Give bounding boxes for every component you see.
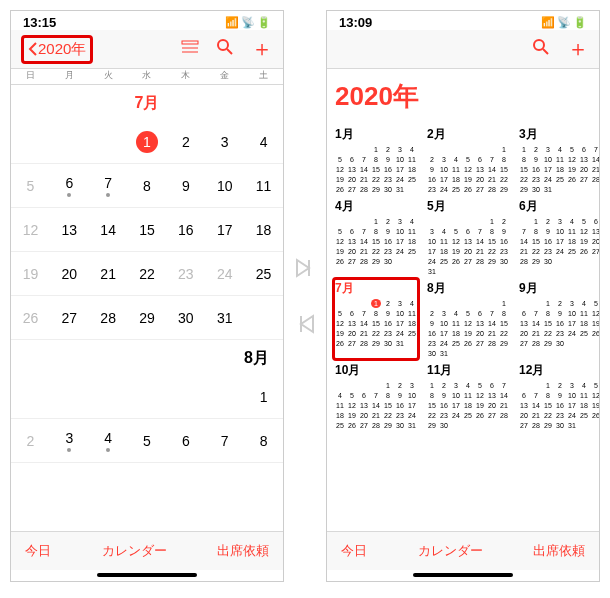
mini-month[interactable]: 10月1234567891011121314151617181920212223… bbox=[335, 362, 417, 430]
day-cell[interactable]: 26 bbox=[11, 296, 50, 340]
day-cell[interactable]: 6 bbox=[166, 419, 205, 463]
day-cell[interactable]: 5 bbox=[11, 164, 50, 208]
svg-rect-0 bbox=[182, 41, 198, 44]
month-scroll[interactable]: 7月 1234567891011121314151617181920212223… bbox=[11, 85, 283, 531]
footer-bar: 今日 カレンダー 出席依頼 bbox=[11, 531, 283, 570]
day-cell[interactable]: 2 bbox=[11, 419, 50, 463]
today-button[interactable]: 今日 bbox=[341, 542, 367, 560]
day-cell[interactable]: 7 bbox=[89, 164, 128, 208]
mini-month[interactable]: 9月12345678910111213141516171819202122232… bbox=[519, 280, 599, 358]
mini-month[interactable]: 6月12345678910111213141516171819202122232… bbox=[519, 198, 599, 276]
header-bar: 2020年 ＋ bbox=[11, 30, 283, 69]
mini-month-name: 2月 bbox=[427, 126, 509, 143]
year-scroll[interactable]: 2020年 1月12345678910111213141516171819202… bbox=[327, 69, 599, 531]
day-cell[interactable]: 22 bbox=[128, 252, 167, 296]
transition-arrows bbox=[292, 255, 318, 337]
day-cell[interactable]: 30 bbox=[166, 296, 205, 340]
header-bar: ＋ bbox=[327, 30, 599, 69]
day-cell[interactable]: 10 bbox=[205, 164, 244, 208]
search-icon[interactable] bbox=[533, 39, 549, 59]
search-icon[interactable] bbox=[217, 39, 233, 59]
day-cell[interactable]: 5 bbox=[128, 419, 167, 463]
day-cell[interactable]: 24 bbox=[205, 252, 244, 296]
day-cell[interactable]: 27 bbox=[50, 296, 89, 340]
mini-month[interactable]: 8月12345678910111213141516171819202122232… bbox=[427, 280, 509, 358]
day-cell[interactable]: 18 bbox=[244, 208, 283, 252]
day-cell[interactable]: 7 bbox=[205, 419, 244, 463]
mini-month-name: 3月 bbox=[519, 126, 599, 143]
add-event-icon[interactable]: ＋ bbox=[251, 34, 273, 64]
day-cell[interactable]: 13 bbox=[50, 208, 89, 252]
weekday: 日 bbox=[11, 69, 50, 82]
day-cell[interactable]: 21 bbox=[89, 252, 128, 296]
day-cell[interactable]: 4 bbox=[89, 419, 128, 463]
weekday: 木 bbox=[166, 69, 205, 82]
day-cell bbox=[166, 375, 205, 419]
day-cell[interactable]: 8 bbox=[244, 419, 283, 463]
day-cell[interactable]: 12 bbox=[11, 208, 50, 252]
mini-month[interactable]: 1月12345678910111213141516171819202122232… bbox=[335, 126, 417, 194]
day-cell[interactable]: 1 bbox=[244, 375, 283, 419]
mini-month[interactable]: 5月12345678910111213141516171819202122232… bbox=[427, 198, 509, 276]
day-cell[interactable]: 1 bbox=[128, 120, 167, 164]
calendars-button[interactable]: カレンダー bbox=[418, 542, 483, 560]
day-cell[interactable]: 20 bbox=[50, 252, 89, 296]
mini-month[interactable]: 12月1234567891011121314151617181920212223… bbox=[519, 362, 599, 430]
today-button[interactable]: 今日 bbox=[25, 542, 51, 560]
month-view-phone: 13:15 📶 📡 🔋 2020年 ＋ 日月火水木金土 7月 123456789… bbox=[10, 10, 284, 582]
calendars-button[interactable]: カレンダー bbox=[102, 542, 167, 560]
day-cell[interactable]: 19 bbox=[11, 252, 50, 296]
home-indicator bbox=[413, 573, 513, 577]
day-cell[interactable]: 11 bbox=[244, 164, 283, 208]
month-label-august: 8月 bbox=[11, 340, 283, 375]
back-to-year-highlight: 2020年 bbox=[21, 35, 93, 64]
back-to-year-button[interactable]: 2020年 bbox=[28, 40, 86, 59]
clock: 13:15 bbox=[23, 15, 56, 30]
day-cell[interactable]: 3 bbox=[205, 120, 244, 164]
weekday: 火 bbox=[89, 69, 128, 82]
day-cell bbox=[50, 120, 89, 164]
wifi-icon: 📡 bbox=[557, 16, 571, 29]
day-cell[interactable]: 28 bbox=[89, 296, 128, 340]
day-cell[interactable]: 8 bbox=[128, 164, 167, 208]
day-cell[interactable]: 15 bbox=[128, 208, 167, 252]
mini-month-name: 5月 bbox=[427, 198, 509, 215]
mini-month[interactable]: 4月12345678910111213141516171819202122232… bbox=[335, 198, 417, 276]
inbox-button[interactable]: 出席依頼 bbox=[533, 542, 585, 560]
day-cell[interactable]: 6 bbox=[50, 164, 89, 208]
day-cell[interactable]: 25 bbox=[244, 252, 283, 296]
list-view-icon[interactable] bbox=[181, 40, 199, 58]
mini-month[interactable]: 2月12345678910111213141516171819202122232… bbox=[427, 126, 509, 194]
weekday: 土 bbox=[244, 69, 283, 82]
day-cell[interactable]: 14 bbox=[89, 208, 128, 252]
add-event-icon[interactable]: ＋ bbox=[567, 34, 589, 64]
signal-icon: 📶 bbox=[541, 16, 555, 29]
day-cell[interactable]: 4 bbox=[244, 120, 283, 164]
weekday: 月 bbox=[50, 69, 89, 82]
day-cell[interactable]: 31 bbox=[205, 296, 244, 340]
clock: 13:09 bbox=[339, 15, 372, 30]
arrow-left-icon bbox=[292, 311, 318, 337]
day-cell bbox=[11, 120, 50, 164]
day-cell[interactable]: 23 bbox=[166, 252, 205, 296]
day-cell[interactable]: 17 bbox=[205, 208, 244, 252]
day-cell[interactable]: 2 bbox=[166, 120, 205, 164]
july-grid[interactable]: 1234567891011121314151617181920212223242… bbox=[11, 120, 283, 340]
day-cell[interactable]: 29 bbox=[128, 296, 167, 340]
weekday-header: 日月火水木金土 bbox=[11, 69, 283, 85]
mini-month-name: 8月 bbox=[427, 280, 509, 297]
mini-month[interactable]: 11月1234567891011121314151617181920212223… bbox=[427, 362, 509, 430]
wifi-icon: 📡 bbox=[241, 16, 255, 29]
mini-month[interactable]: 3月12345678910111213141516171819202122232… bbox=[519, 126, 599, 194]
inbox-button[interactable]: 出席依頼 bbox=[217, 542, 269, 560]
day-cell[interactable]: 9 bbox=[166, 164, 205, 208]
weekday: 金 bbox=[205, 69, 244, 82]
mini-month-name: 11月 bbox=[427, 362, 509, 379]
mini-month[interactable]: 7月12345678910111213141516171819202122232… bbox=[332, 277, 420, 361]
chevron-left-icon bbox=[28, 42, 38, 56]
day-cell[interactable]: 16 bbox=[166, 208, 205, 252]
day-cell[interactable]: 3 bbox=[50, 419, 89, 463]
svg-point-5 bbox=[534, 40, 544, 50]
august-grid[interactable]: 12345678 bbox=[11, 375, 283, 463]
mini-month-name: 9月 bbox=[519, 280, 599, 297]
